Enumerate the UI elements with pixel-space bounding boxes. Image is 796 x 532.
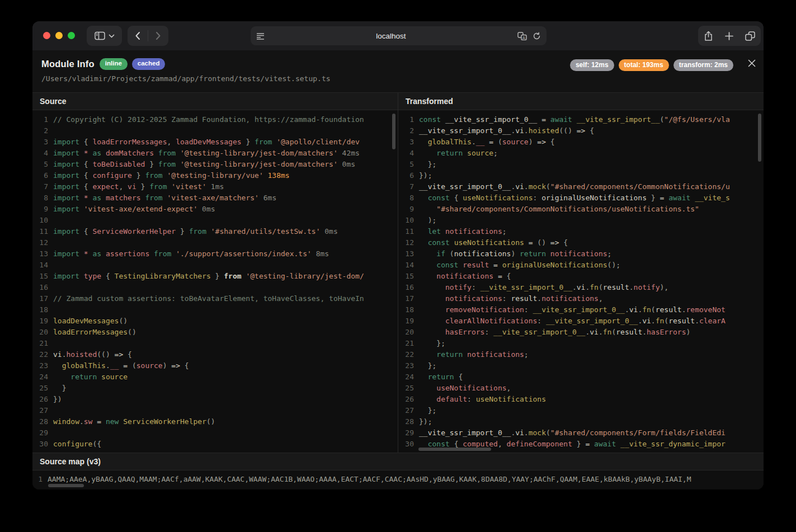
share-icon — [704, 31, 713, 41]
code-line: 15import type { TestingLibraryMatchers }… — [32, 271, 398, 282]
address-bar[interactable]: localhost A — [251, 26, 547, 45]
url-text: localhost — [265, 32, 517, 40]
reload-icon[interactable] — [533, 32, 541, 40]
code-line: 21 }; — [398, 338, 764, 349]
code-line: 5 }; — [398, 159, 764, 170]
code-line: 12 const useNotifications = () => { — [398, 237, 764, 248]
badge-inline: inline — [100, 58, 128, 70]
badge-cached: cached — [132, 58, 166, 70]
badge-self-time: self: 12ms — [570, 59, 614, 71]
code-line: 10 ); — [398, 215, 764, 226]
fullscreen-window-button[interactable] — [68, 32, 75, 39]
code-line: 4 return source; — [398, 148, 764, 159]
code-line: 16 — [32, 282, 398, 293]
toolbar-right-buttons — [698, 26, 761, 46]
code-line: 16 notify: __vite_ssr_import_0__.vi.fn(r… — [398, 282, 764, 293]
code-line: 23 globalThis.__ = (source) => { — [32, 360, 398, 371]
code-line: 20loadErrorMessages() — [32, 327, 398, 338]
code-line: 18 removeNotification: __vite_ssr_import… — [398, 304, 764, 316]
forward-button[interactable] — [148, 31, 168, 40]
code-line: 11 let notifications; — [398, 226, 764, 237]
code-line: 29 — [32, 427, 398, 439]
svg-text:A: A — [522, 35, 525, 40]
code-line: 27 }; — [398, 405, 764, 416]
back-button[interactable] — [128, 31, 148, 40]
code-line: 17 notifications: result.notifications, — [398, 293, 764, 304]
sidebar-toggle-button[interactable] — [87, 26, 122, 46]
code-line: 23 }; — [398, 360, 764, 371]
close-window-button[interactable] — [43, 32, 50, 39]
code-line: 22 return notifications; — [398, 349, 764, 360]
timing-badges: self: 12mstotal: 193mstransform: 2ms — [570, 59, 733, 71]
sidebar-icon — [95, 31, 105, 40]
code-line: 4import * as domMatchers from '@testing-… — [32, 148, 398, 159]
source-code-area[interactable]: 1// Copyright (C) 2012-2025 Zammad Found… — [32, 110, 398, 453]
nav-buttons — [128, 26, 168, 46]
module-info-header: Module Info inlinecached self: 12mstotal… — [32, 50, 764, 92]
tabs-overview-icon — [745, 31, 755, 41]
browser-titlebar: localhost A — [32, 21, 764, 50]
code-line: 14 const result = originalUseNotificatio… — [398, 260, 764, 271]
code-line: 24 return { — [398, 371, 764, 383]
minimize-window-button[interactable] — [55, 32, 63, 39]
code-line: 17// Zammad custom assertions: toBeAvata… — [32, 293, 398, 304]
code-line: 28window.sw = new ServiceWorkerHelper() — [32, 416, 398, 427]
code-line: 1const __vite_ssr_import_0__ = await __v… — [398, 114, 764, 125]
sourcemap-content: AAMA;AAeA,yBAAG,QAAQ,MAAM;AACf,aAAW,KAAK… — [48, 475, 691, 483]
transformed-horizontal-scrollbar[interactable] — [418, 448, 491, 451]
code-line: 3import { loadErrorMessages, loadDevMess… — [32, 136, 398, 148]
code-line: 8import * as matchers from 'vitest-axe/m… — [32, 192, 398, 204]
translate-icon[interactable]: A — [517, 32, 527, 40]
code-line: 8 const { useNotifications: originalUseN… — [398, 192, 764, 204]
code-line: 25 useNotifications, — [398, 383, 764, 394]
module-badges: inlinecached — [100, 58, 166, 70]
code-line: 30configure({ — [32, 439, 398, 450]
code-line: 9 "#shared/components/CommonNotification… — [398, 204, 764, 215]
code-line: 12 — [32, 237, 398, 248]
chevron-down-icon — [109, 34, 115, 38]
transformed-code-area[interactable]: 1const __vite_ssr_import_0__ = await __v… — [398, 110, 764, 453]
close-button[interactable] — [747, 59, 756, 68]
close-icon — [747, 59, 756, 68]
code-line: 3 globalThis.__ = (source) => { — [398, 136, 764, 148]
module-file-path: /Users/vladimir/Projects/zammad/app/fron… — [41, 74, 331, 83]
transformed-panel: Transformed 1const __vite_ssr_import_0__… — [398, 93, 764, 453]
code-line: 7__vite_ssr_import_0__.vi.mock("#shared/… — [398, 181, 764, 192]
code-line: 26}) — [32, 394, 398, 405]
code-panels: Source 1// Copyright (C) 2012-2025 Zamma… — [32, 92, 764, 453]
code-line: 24 return source — [32, 371, 398, 383]
sourcemap-title: Source map (v3) — [32, 453, 764, 470]
sourcemap-line[interactable]: 1AAMA;AAeA,yBAAG,QAAQ,MAAM;AACf,aAAW,KAA… — [32, 470, 764, 485]
new-tab-button[interactable] — [725, 32, 733, 40]
code-line: 21 — [32, 338, 398, 349]
code-line: 19loadDevMessages() — [32, 316, 398, 327]
code-line: 2 — [32, 125, 398, 136]
reader-icon[interactable] — [256, 32, 265, 40]
code-line: 6import { configure } from '@testing-lib… — [32, 170, 398, 181]
source-panel-title: Source — [32, 93, 398, 110]
transformed-panel-title: Transformed — [398, 93, 764, 110]
code-line: 10 — [32, 215, 398, 226]
share-button[interactable] — [704, 31, 713, 41]
code-line: 7import { expect, vi } from 'vitest' 1ms — [32, 181, 398, 192]
code-line: 29__vite_ssr_import_0__.vi.mock("#shared… — [398, 427, 764, 439]
transformed-vertical-scrollbar[interactable] — [758, 114, 761, 162]
code-line: 26 default: useNotifications — [398, 394, 764, 405]
badge-total-time: total: 193ms — [619, 59, 669, 71]
tabs-overview-button[interactable] — [745, 31, 755, 41]
badge-transform-time: transform: 2ms — [673, 59, 733, 71]
sourcemap-horizontal-scrollbar[interactable] — [48, 484, 84, 487]
source-panel: Source 1// Copyright (C) 2012-2025 Zamma… — [32, 93, 398, 453]
code-line: 25 } — [32, 383, 398, 394]
back-icon — [135, 31, 140, 40]
code-line: 9import 'vitest-axe/extend-expect' 0ms — [32, 204, 398, 215]
source-vertical-scrollbar[interactable] — [392, 114, 395, 149]
code-line: 19 clearAllNotifications: __vite_ssr_imp… — [398, 316, 764, 327]
browser-window: localhost A Module Info inlinecached — [32, 21, 764, 489]
sourcemap-line-number: 1 — [32, 474, 43, 485]
code-line: 15 notifications = { — [398, 271, 764, 282]
code-line: 13 if (notifications) return notificatio… — [398, 248, 764, 260]
code-line: 13import * as assertions from './support… — [32, 248, 398, 260]
forward-icon — [156, 31, 161, 40]
code-line: 18 — [32, 304, 398, 316]
